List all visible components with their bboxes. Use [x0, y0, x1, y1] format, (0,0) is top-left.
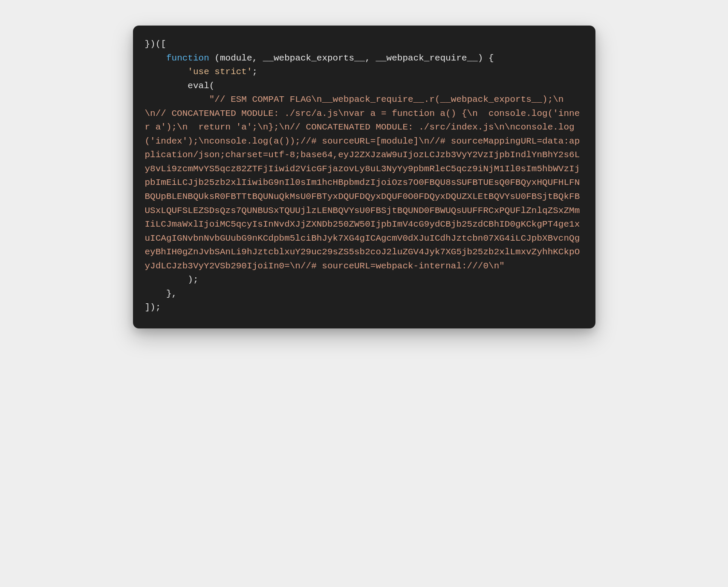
code-token: })([: [145, 39, 166, 49]
code-token: );: [145, 275, 199, 285]
code-token: ;: [252, 67, 258, 77]
code-block-card: })([ function (module, __webpack_exports…: [133, 26, 595, 328]
code-keyword-function: function: [166, 53, 209, 63]
code-token: [145, 67, 188, 77]
code-token: },: [145, 289, 177, 299]
code-string: 'use strict': [188, 67, 252, 77]
code-token: [145, 53, 166, 63]
code-content: })([ function (module, __webpack_exports…: [145, 37, 584, 315]
code-token: [145, 95, 209, 104]
code-token: eval(: [145, 81, 215, 91]
code-token: (module, __webpack_exports__, __webpack_…: [209, 53, 494, 63]
code-string-literal: "// ESM COMPAT FLAG\n__webpack_require__…: [145, 95, 580, 271]
code-token: ]);: [145, 302, 161, 312]
